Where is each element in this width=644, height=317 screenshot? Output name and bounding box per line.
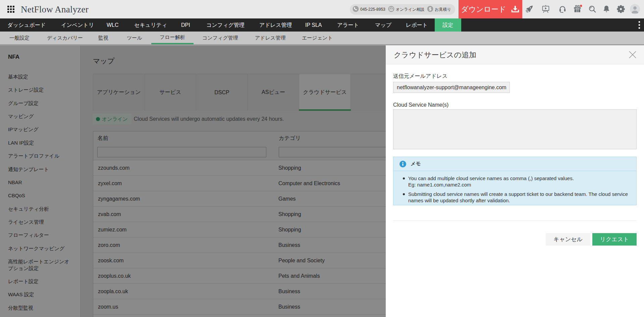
subnav-item[interactable]: コンフィグ管理 [194, 32, 247, 44]
nav-item[interactable]: インベントリ [61, 18, 94, 32]
note-bullet: You can add multiple cloud service names… [408, 175, 636, 188]
nav-item[interactable]: コンフィグ管理 [206, 18, 245, 32]
email-input[interactable] [393, 82, 510, 93]
close-icon[interactable] [628, 50, 637, 59]
download-icon [511, 5, 520, 13]
add-cloud-service-modal: クラウドサービスの追加 送信元メールアドレス Cloud Service Nam… [386, 45, 644, 317]
nav-item[interactable]: DPI [181, 18, 190, 32]
video-chat-icon [388, 6, 394, 13]
app-title: NetFlow Analyzer [21, 0, 89, 18]
footer-divider [393, 220, 637, 221]
subnav-item[interactable]: 一般設定 [1, 32, 38, 44]
nav-item[interactable]: マップ [375, 18, 391, 32]
gift-icon[interactable] [573, 5, 582, 13]
avatar-icon[interactable] [630, 4, 640, 14]
note-box: メモ You can add multiple cloud service na… [393, 157, 637, 205]
dollar-icon: $ [427, 6, 433, 13]
quote-link[interactable]: お見積り [435, 7, 451, 12]
request-button[interactable]: リクエスト [592, 233, 637, 246]
names-label: Cloud Service Name(s) [393, 102, 637, 108]
modal-actions: キャンセル リクエスト [393, 233, 637, 246]
nav-item[interactable]: アラート [337, 18, 359, 32]
svg-text:$: $ [429, 6, 431, 11]
subnav-item[interactable]: ツール [118, 32, 151, 44]
modal-title: クラウドサービスの追加 [386, 45, 644, 64]
contact-bar: 045-225-8953 オンライン相談 $ お見積り [350, 4, 455, 15]
netflow-analyzer-app: NetFlow Analyzer 045-225-8953 オンライン相談 $ … [0, 0, 644, 317]
nav-item[interactable]: レポート [406, 18, 428, 32]
note-header: メモ [393, 157, 636, 171]
nav-item[interactable]: セキュリティ [134, 18, 167, 32]
settings-subnav: 一般設定ディスカバリー監視ツールフロー解析コンフィグ管理アドレス管理エージェント [0, 32, 644, 44]
modal-header: クラウドサービスの追加 [386, 45, 644, 64]
presentation-icon[interactable] [541, 5, 550, 13]
nav-item[interactable]: ダッシュボード [7, 18, 46, 32]
app-grid-icon[interactable] [7, 6, 14, 13]
subnav-item[interactable]: ディスカバリー [39, 32, 91, 44]
info-icon [399, 161, 406, 167]
headset-icon[interactable] [558, 5, 567, 13]
search-icon[interactable] [588, 5, 596, 13]
note-title: メモ [411, 161, 421, 167]
modal-body: 送信元メールアドレス Cloud Service Name(s) メモ [386, 73, 644, 246]
names-textarea[interactable] [393, 109, 637, 149]
subnav-item[interactable]: アドレス管理 [247, 32, 294, 44]
email-label: 送信元メールアドレス [393, 73, 637, 79]
top-header: NetFlow Analyzer 045-225-8953 オンライン相談 $ … [0, 0, 644, 18]
note-bullets: You can add multiple cloud service names… [393, 175, 636, 204]
subnav-item[interactable]: エージェント [293, 32, 341, 44]
gear-icon[interactable] [617, 5, 625, 13]
download-button[interactable]: ダウンロード [459, 0, 522, 18]
nav-item[interactable]: IP SLA [305, 18, 322, 32]
note-bullet: Submitting cloud service names will crea… [408, 191, 636, 204]
rocket-icon[interactable] [525, 5, 533, 13]
more-menu-icon[interactable] [637, 21, 642, 29]
phone-icon [353, 6, 359, 13]
phone-number: 045-225-8953 [360, 7, 385, 12]
download-label: ダウンロード [461, 4, 506, 14]
cancel-button[interactable]: キャンセル [546, 233, 590, 246]
nav-item[interactable]: アドレス管理 [259, 18, 292, 32]
bell-icon[interactable] [603, 5, 610, 13]
online-consult-link[interactable]: オンライン相談 [396, 7, 424, 12]
subnav-item[interactable]: 監視 [90, 32, 117, 44]
nav-item[interactable]: 設定 [435, 18, 461, 32]
nav-item[interactable]: WLC [107, 18, 119, 32]
main-nav: ダッシュボードインベントリWLCセキュリティDPIコンフィグ管理アドレス管理IP… [0, 18, 644, 32]
subnav-item[interactable]: フロー解析 [151, 32, 194, 44]
